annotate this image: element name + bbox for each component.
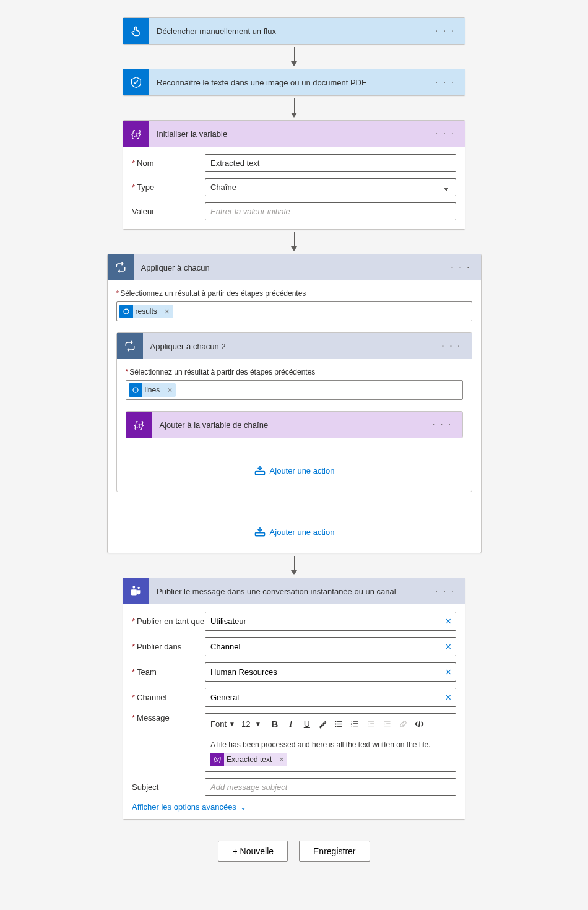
overflow-menu-icon[interactable]: · · ·	[431, 128, 459, 139]
variable-icon: {x}	[210, 753, 224, 766]
svg-rect-30	[384, 726, 391, 726]
card-title: Ajouter à la variable de chaîne	[152, 420, 429, 430]
svg-point-11	[137, 587, 139, 589]
svg-point-15	[335, 726, 337, 727]
label-post-as: Publier en tant que	[132, 617, 205, 626]
ai-builder-icon	[123, 69, 149, 95]
variable-token[interactable]: {x} Extracted text ×	[210, 753, 287, 766]
card-title: Publier le message dans une conversation…	[149, 587, 431, 596]
variable-icon: {𝑥}	[123, 121, 149, 147]
svg-rect-26	[371, 723, 374, 724]
svg-point-0	[124, 309, 129, 314]
clear-icon[interactable]: ×	[446, 667, 451, 678]
channel-input[interactable]	[205, 688, 456, 707]
label-subject: Subject	[132, 782, 205, 792]
clear-icon[interactable]: ×	[446, 616, 451, 627]
card-title: Initialiser la variable	[149, 129, 431, 139]
chevron-down-icon[interactable]: ▼	[255, 721, 261, 727]
svg-rect-23	[353, 723, 358, 724]
preceding-label: Sélectionnez un résultat à partir des ét…	[126, 368, 463, 376]
step-apply-to-each: Appliquer à chacun · · · Sélectionnez un…	[107, 254, 482, 553]
new-step-button[interactable]: + Nouvelle	[218, 841, 288, 862]
touch-icon	[123, 18, 149, 44]
variable-type-select[interactable]: Chaîne	[205, 178, 456, 196]
svg-rect-25	[368, 721, 374, 721]
card-header[interactable]: Appliquer à chacun · · ·	[108, 254, 481, 280]
chevron-down-icon[interactable]: ▼	[229, 721, 235, 727]
variable-value-input[interactable]	[205, 202, 456, 220]
outdent-icon[interactable]	[364, 716, 379, 731]
overflow-menu-icon[interactable]: · · ·	[447, 262, 474, 273]
token-lines[interactable]: lines ×	[129, 383, 176, 397]
svg-point-14	[335, 723, 337, 724]
save-button[interactable]: Enregistrer	[299, 841, 370, 862]
card-header[interactable]: {𝑥} Initialiser la variable · · ·	[123, 121, 465, 147]
overflow-menu-icon[interactable]: · · ·	[431, 77, 459, 88]
card-title: Déclencher manuellement un flux	[149, 27, 431, 36]
card-header[interactable]: Appliquer à chacun 2 · · ·	[117, 333, 472, 359]
highlight-icon[interactable]	[316, 716, 331, 731]
post-as-input[interactable]	[205, 612, 456, 631]
numbered-list-icon[interactable]: 123	[348, 716, 363, 731]
step-manual-trigger[interactable]: Déclencher manuellement un flux · · ·	[123, 17, 465, 45]
svg-line-31	[419, 721, 420, 727]
label-type: Type	[132, 183, 205, 192]
step-append-string-variable[interactable]: {𝑥} Ajouter à la variable de chaîne · · …	[126, 411, 463, 438]
add-action-outer[interactable]: Ajouter une action	[116, 526, 472, 538]
team-input[interactable]	[205, 662, 456, 682]
svg-rect-29	[387, 723, 391, 724]
underline-icon[interactable]: U	[300, 716, 314, 731]
svg-rect-16	[337, 721, 342, 722]
variable-name-input[interactable]	[205, 154, 456, 172]
step-ocr[interactable]: Reconnaître le texte dans une image ou u…	[123, 69, 465, 96]
teams-icon	[123, 578, 149, 604]
label-team: Team	[132, 667, 205, 677]
clear-icon[interactable]: ×	[446, 692, 451, 703]
preceding-output-input[interactable]: lines ×	[126, 380, 463, 400]
overflow-menu-icon[interactable]: · · ·	[438, 340, 465, 352]
svg-rect-2	[255, 472, 264, 475]
loop-icon	[108, 254, 134, 280]
bold-icon[interactable]: B	[267, 716, 282, 731]
link-icon[interactable]	[396, 716, 411, 731]
label-post-in: Publier dans	[132, 642, 205, 651]
flow-arrow	[291, 556, 297, 575]
message-text: A file has been processed and here is al…	[210, 740, 431, 749]
bulleted-list-icon[interactable]	[332, 716, 347, 731]
subject-input[interactable]	[205, 778, 456, 796]
token-results[interactable]: results ×	[119, 305, 174, 318]
remove-token-icon[interactable]: ×	[161, 306, 173, 316]
italic-icon[interactable]: I	[283, 716, 298, 731]
card-title: Reconnaître le texte dans une image ou u…	[149, 78, 431, 87]
flow-arrow	[291, 232, 297, 251]
message-rich-editor[interactable]: Font ▼ 12 ▼ B I U 1	[205, 713, 456, 772]
flow-arrow	[291, 98, 297, 118]
indent-icon[interactable]	[380, 716, 395, 731]
overflow-menu-icon[interactable]: · · ·	[431, 25, 459, 37]
add-action-inner[interactable]: Ajouter une action	[126, 464, 463, 477]
preceding-label: Sélectionnez un résultat à partir des ét…	[116, 289, 472, 298]
label-name: Nom	[132, 158, 205, 168]
ai-badge-icon	[119, 305, 133, 318]
loop-icon	[117, 333, 143, 359]
step-teams-post-message: Publier le message dans une conversation…	[123, 578, 465, 820]
overflow-menu-icon[interactable]: · · ·	[428, 419, 456, 430]
svg-rect-17	[337, 723, 342, 724]
show-advanced-options[interactable]: Afficher les options avancées ⌄	[132, 802, 456, 812]
card-header[interactable]: Publier le message dans une conversation…	[123, 578, 465, 604]
font-family-select[interactable]: Font	[209, 718, 228, 730]
font-size-select[interactable]: 12	[241, 719, 254, 729]
overflow-menu-icon[interactable]: · · ·	[431, 586, 459, 597]
clear-icon[interactable]: ×	[446, 641, 451, 652]
label-message: Message	[132, 713, 205, 722]
step-initialize-variable: {𝑥} Initialiser la variable · · · Nom Ty…	[123, 120, 465, 230]
svg-point-10	[132, 586, 135, 588]
remove-token-icon[interactable]: ×	[163, 385, 176, 395]
post-in-input[interactable]	[205, 637, 456, 656]
label-channel: Channel	[132, 693, 205, 702]
code-view-icon[interactable]	[412, 716, 427, 731]
remove-token-icon[interactable]: ×	[275, 754, 287, 765]
preceding-output-input[interactable]: results ×	[116, 301, 472, 321]
ai-badge-icon	[129, 383, 142, 397]
svg-rect-6	[255, 533, 264, 536]
